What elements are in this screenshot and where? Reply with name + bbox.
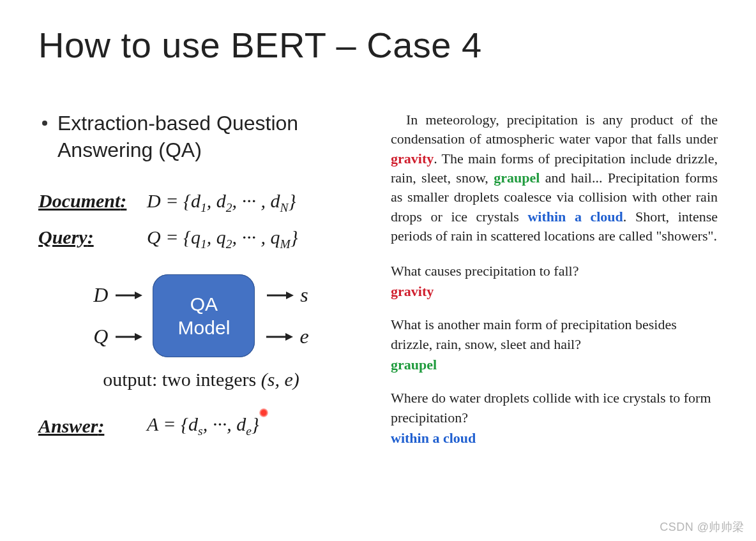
bullet-dot-icon [42, 121, 47, 126]
svg-marker-3 [135, 333, 142, 341]
arrow-right-icon [265, 331, 293, 343]
qa-box-line2: Model [178, 316, 231, 340]
document-definition: Document: D = {d1, d2, ··· , dN} [38, 190, 364, 215]
left-column: Extraction-based Question Answering (QA)… [38, 110, 364, 462]
diagram-inputs: D Q [93, 283, 142, 348]
right-column: In meteorology, precipitation is any pro… [391, 110, 718, 462]
two-column-layout: Extraction-based Question Answering (QA)… [38, 110, 718, 462]
qa-list: What causes precipitation to fall?gravit… [391, 262, 718, 448]
laser-pointer-icon [259, 408, 268, 417]
answer-expression: A = {ds, ···, de} [147, 413, 259, 438]
passage-highlight-cloud: within a cloud [527, 209, 623, 225]
qa-block: Where do water droplets collide with ice… [391, 389, 718, 448]
document-label: Document [38, 190, 120, 211]
arrow-right-icon [114, 331, 142, 343]
answer-text: within a cloud [391, 429, 718, 448]
input-q: Q [93, 325, 108, 348]
output-description: output: two integers (s, e) [38, 369, 364, 390]
query-definition: Query: Q = {q1, q2, ··· , qM} [38, 226, 364, 251]
passage-highlight-gravity: gravity [391, 151, 434, 167]
answer-text: gravity [391, 282, 718, 301]
svg-marker-1 [135, 292, 142, 299]
input-d: D [93, 283, 108, 307]
passage-highlight-graupel: graupel [494, 170, 540, 186]
question-text: Where do water droplets collide with ice… [391, 389, 718, 427]
arrow-right-icon [266, 290, 294, 301]
answer-definition: Answer: A = {ds, ···, de} [38, 413, 364, 438]
svg-marker-5 [286, 292, 294, 299]
output-s: s [300, 283, 308, 307]
question-text: What is another main form of precipitati… [391, 315, 718, 354]
output-tuple: (s, e) [261, 369, 299, 390]
document-expression: D = {d1, d2, ··· , dN} [147, 190, 296, 215]
arrow-right-icon [114, 290, 142, 301]
output-e: e [299, 325, 308, 348]
watermark: CSDN @帅帅梁 [660, 519, 745, 535]
qa-block: What causes precipitation to fall?gravit… [391, 262, 718, 302]
query-label: Query [38, 226, 87, 248]
query-expression: Q = {q1, q2, ··· , qM} [147, 226, 298, 251]
passage-part1: In meteorology, precipitation is any pro… [391, 112, 718, 147]
qa-box-line1: QA [190, 292, 218, 316]
output-prefix: output: two integers [103, 369, 261, 390]
qa-model-box: QA Model [153, 274, 255, 357]
question-text: What causes precipitation to fall? [391, 262, 718, 281]
qa-block: What is another main form of precipitati… [391, 315, 718, 374]
bullet-item: Extraction-based Question Answering (QA) [38, 110, 364, 163]
svg-marker-7 [285, 333, 293, 341]
answer-text: graupel [391, 355, 718, 374]
slide: How to use BERT – Case 4 Extraction-base… [0, 0, 756, 541]
qa-model-diagram: D Q QA Model s [38, 274, 364, 357]
bullet-text: Extraction-based Question Answering (QA) [57, 110, 364, 163]
diagram-outputs: s e [265, 283, 308, 348]
passage-text: In meteorology, precipitation is any pro… [391, 110, 718, 246]
page-title: How to use BERT – Case 4 [38, 24, 718, 66]
answer-label: Answer [38, 415, 98, 436]
